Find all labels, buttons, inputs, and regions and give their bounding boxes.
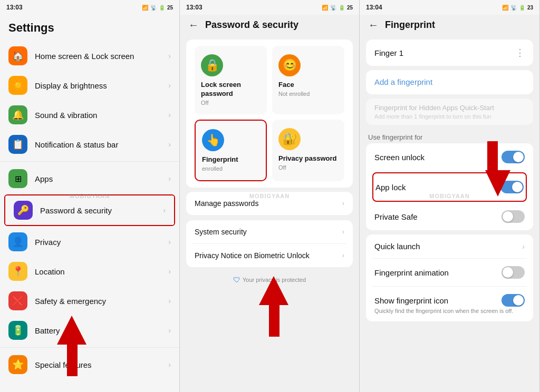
signal-icon: 📶 [142, 5, 148, 11]
red-arrow-stem-2 [269, 302, 279, 337]
status-bar-1: 13:03 📶 📡 🔋 25 [0, 0, 179, 15]
safety-label: Safety & emergency [35, 297, 168, 306]
status-icons-2: 📶 📡 🔋 25 [322, 5, 353, 11]
quick-start-card: Fingerprint for Hidden Apps Quick-Start … [366, 99, 533, 125]
lockscreen-card[interactable]: 🔒 Lock screen password Off [195, 46, 267, 114]
show-fp-icon-row[interactable]: Show fingerprint icon Quickly find the f… [372, 287, 527, 321]
app-lock-label: App lock [375, 183, 500, 192]
face-card[interactable]: 😊 Face Not enrolled [272, 46, 344, 114]
system-security-row[interactable]: System security › [192, 220, 346, 244]
privacy-shield-icon: 🛡 [233, 276, 240, 284]
security-cards-grid: 🔒 Lock screen password Off 😊 Face Not en… [186, 40, 353, 188]
display-chevron-icon: › [168, 81, 171, 90]
system-security-label: System security [195, 228, 342, 236]
apps-chevron-icon: › [168, 174, 171, 183]
battery-chevron-icon: › [168, 326, 171, 335]
homescreen-label: Home screen & Lock screen [35, 52, 168, 61]
sidebar-item-apps[interactable]: ⊞ Apps › [0, 164, 179, 193]
signal-icon-2: 📶 [322, 5, 328, 11]
wifi-icon-3: 📡 [510, 5, 517, 11]
show-fp-icon-toggle[interactable] [502, 294, 525, 307]
sidebar-item-notification[interactable]: 📋 Notification & status bar › [0, 130, 179, 159]
battery-label: Battery [35, 326, 168, 335]
settings-screen: Settings 🏠 Home screen & Lock screen › ☀… [0, 15, 179, 392]
red-arrow-2 [259, 276, 288, 305]
time-2: 13:03 [186, 4, 202, 11]
password-label: Password & security [40, 206, 163, 215]
face-card-sub: Not enrolled [278, 91, 338, 97]
security-section: System security › Privacy Notice on Biom… [186, 220, 353, 267]
show-fp-icon-sub: Quickly find the fingerprint icon when t… [374, 308, 513, 314]
special-icon: ⭐ [8, 355, 27, 374]
privacy-pwd-card[interactable]: 🔐 Privacy password Off [272, 120, 344, 181]
privacy-pwd-card-label: Privacy password [278, 154, 338, 163]
fp-animation-row[interactable]: Fingerprint animation [372, 259, 527, 287]
location-chevron-icon: › [168, 267, 171, 276]
fp-animation-toggle[interactable] [502, 266, 525, 279]
add-fingerprint-label: Add a fingerprint [374, 77, 432, 86]
password-security-title: Password & security [205, 19, 298, 31]
private-safe-toggle[interactable] [502, 210, 525, 223]
face-card-icon: 😊 [278, 54, 301, 76]
homescreen-chevron-icon: › [168, 52, 171, 60]
sidebar-item-special[interactable]: ⭐ Special features › [0, 350, 179, 379]
quick-start-title: Fingerprint for Hidden Apps Quick-Start [374, 104, 525, 112]
fingerprint-nav: ← Fingerprint [360, 15, 539, 35]
privacy-pwd-card-sub: Off [278, 164, 338, 171]
notification-icon: 📋 [8, 135, 27, 154]
privacy-pwd-card-icon: 🔐 [278, 128, 301, 150]
sidebar-item-privacy[interactable]: 👤 Privacy › [0, 227, 179, 257]
sidebar-item-safety[interactable]: ❌ Safety & emergency › [0, 286, 179, 316]
fp-more-card: Quick launch › Fingerprint animation Sho… [366, 234, 533, 321]
privacy-notice-label: Privacy Notice on Biometric Unlock [195, 251, 342, 260]
privacy-label: Privacy [35, 238, 168, 247]
show-fp-icon-inner: Show fingerprint icon [374, 294, 525, 307]
apps-label: Apps [35, 174, 168, 183]
sidebar-item-password[interactable]: 🔑 Password & security › [5, 195, 174, 225]
panel-fingerprint: 13:04 📶 📡 🔋 23 ← Fingerprint Finger 1 ⋮ … [360, 0, 540, 392]
finger1-more-icon[interactable]: ⋮ [515, 47, 525, 58]
privacy-notice-row[interactable]: Privacy Notice on Biometric Unlock › [192, 244, 346, 267]
sidebar-item-battery[interactable]: 🔋 Battery › [0, 316, 179, 345]
time-3: 13:04 [366, 4, 382, 11]
time-1: 13:03 [6, 4, 23, 11]
sidebar-item-location[interactable]: 📍 Location › [0, 257, 179, 286]
red-arrow-1 [57, 316, 86, 345]
quick-launch-chevron-icon: › [522, 242, 525, 251]
status-bar-3: 13:04 📶 📡 🔋 23 [360, 0, 539, 15]
password-chevron-icon: › [163, 206, 166, 214]
system-security-chevron-icon: › [342, 228, 344, 236]
status-bar-2: 13:03 📶 📡 🔋 25 [180, 0, 359, 15]
battery-settings-icon: 🔋 [8, 321, 27, 340]
add-fingerprint-row[interactable]: Add a fingerprint [366, 70, 533, 94]
notification-chevron-icon: › [168, 140, 171, 149]
finger1-row[interactable]: Finger 1 ⋮ [372, 40, 527, 66]
battery-pct: 25 [167, 5, 173, 11]
divider-2 [0, 347, 179, 348]
sidebar-item-sound[interactable]: 🔔 Sound & vibration › [0, 100, 179, 130]
password-icon: 🔑 [14, 201, 33, 220]
sidebar-item-homescreen[interactable]: 🏠 Home screen & Lock screen › [0, 41, 179, 71]
lockscreen-card-label: Lock screen password [201, 81, 261, 99]
finger-list-card: Finger 1 ⋮ [366, 40, 533, 66]
finger1-label: Finger 1 [374, 48, 515, 57]
fingerprint-screen: Finger 1 ⋮ Add a fingerprint Fingerprint… [360, 35, 539, 392]
back-button-3[interactable]: ← [368, 19, 379, 31]
manage-passwords-row[interactable]: Manage passwords › [192, 192, 346, 215]
face-card-label: Face [278, 81, 338, 90]
location-icon: 📍 [8, 262, 27, 281]
display-label: Display & brightness [35, 81, 168, 90]
homescreen-icon: 🏠 [8, 46, 27, 65]
signal-icon-3: 📶 [502, 5, 508, 11]
sidebar-item-display[interactable]: ☀️ Display & brightness › [0, 71, 179, 100]
sound-label: Sound & vibration [35, 111, 168, 120]
fp-animation-toggle-thumb [503, 267, 513, 278]
private-safe-row[interactable]: Private Safe [372, 203, 527, 230]
app-lock-toggle-thumb [512, 182, 523, 192]
quick-launch-label: Quick launch [374, 242, 522, 251]
manage-passwords-label: Manage passwords [195, 199, 342, 208]
quick-launch-row[interactable]: Quick launch › [372, 234, 527, 259]
back-button-2[interactable]: ← [188, 19, 199, 31]
fingerprint-card[interactable]: 👆 Fingerprint enrolled [195, 120, 267, 181]
show-fp-icon-toggle-thumb [513, 295, 524, 306]
